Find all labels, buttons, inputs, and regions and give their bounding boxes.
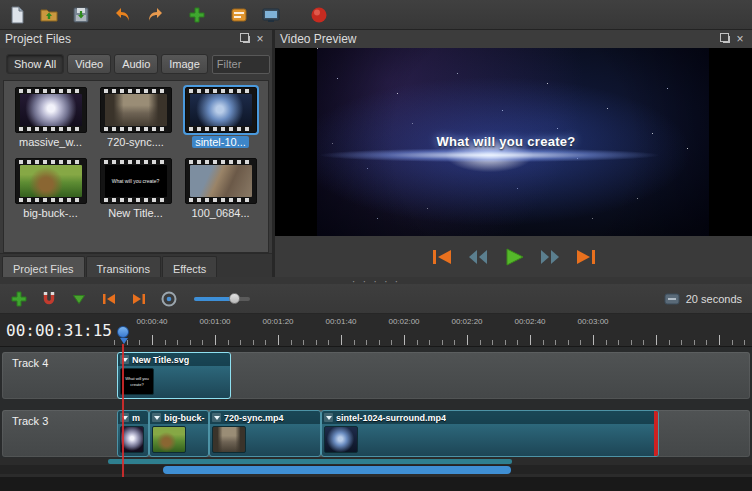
add-track-button[interactable] — [8, 288, 30, 310]
ruler-tick — [354, 340, 355, 345]
clip-end-marker[interactable] — [654, 411, 658, 456]
filter-image[interactable]: Image — [161, 54, 208, 74]
save-project-icon — [71, 5, 91, 25]
clip-thumbnail — [212, 426, 246, 453]
choose-profile-button[interactable] — [226, 2, 252, 28]
ruler-tick — [643, 340, 644, 345]
timeline-clip-new-title-svg[interactable]: New Title.svgWhat will you create? — [117, 352, 231, 399]
clip-thumbnail — [324, 426, 358, 453]
fast-forward-button[interactable] — [536, 246, 564, 268]
ruler-tick — [316, 340, 317, 345]
close-icon — [736, 33, 743, 45]
new-project-button[interactable] — [4, 2, 30, 28]
rewind-button[interactable] — [464, 246, 492, 268]
clip-thumbnail — [152, 426, 186, 453]
float-icon — [243, 36, 250, 43]
close-panel-button[interactable] — [253, 32, 267, 46]
thumb-text: What will you create? — [121, 369, 153, 394]
timeline-clip-720-sync-mp4[interactable]: 720-sync.mp4 — [209, 410, 321, 457]
file-label: massive_w... — [16, 136, 85, 148]
jump-start-button[interactable] — [428, 246, 456, 268]
bottom-strip — [0, 477, 752, 491]
file-item-720-sync[interactable]: 720-sync.... — [93, 87, 178, 148]
zoom-slider-handle[interactable] — [229, 293, 240, 304]
center-playhead-button[interactable] — [158, 288, 180, 310]
timeline-clip-big-buck[interactable]: big-buck- — [149, 410, 209, 457]
ruler-tick — [303, 340, 304, 345]
playhead-handle[interactable] — [117, 326, 129, 338]
undo-icon — [113, 5, 133, 25]
sintel-thumbnail-image — [190, 94, 252, 126]
jump-end-button[interactable] — [572, 246, 600, 268]
horizontal-splitter[interactable] — [0, 277, 752, 284]
files-area: massive_w...720-sync....sintel-10...big-… — [3, 80, 269, 253]
clip-menu-icon[interactable] — [152, 413, 161, 422]
float-panel-button[interactable] — [239, 32, 253, 46]
import-files-button[interactable] — [184, 2, 210, 28]
track-row-track-4: Track 4New Title.svgWhat will you create… — [2, 352, 750, 399]
filter-show-all[interactable]: Show All — [6, 54, 64, 74]
clip-label: big-buck- — [164, 413, 205, 423]
ruler-tick — [593, 335, 594, 345]
clip-menu-icon[interactable] — [324, 413, 333, 422]
ruler-time-label: 00:01:40 — [325, 317, 356, 326]
ruler-tick — [328, 340, 329, 345]
ruler-tick — [618, 340, 619, 345]
ruler-tick — [555, 340, 556, 345]
video-preview-header: Video Preview — [275, 30, 752, 48]
arrow-down-icon — [70, 290, 88, 308]
timeline-range-bar[interactable] — [108, 459, 512, 464]
ruler[interactable]: 00:00:4000:01:0000:01:2000:01:4000:02:00… — [0, 314, 752, 347]
redo-button[interactable] — [142, 2, 168, 28]
file-item-100-0684[interactable]: 100_0684... — [178, 158, 263, 219]
fullscreen-button[interactable] — [258, 2, 284, 28]
ruler-tick — [177, 340, 178, 345]
add-marker-button[interactable] — [68, 288, 90, 310]
project-files-header: Project Files — [0, 30, 272, 48]
float-preview-button[interactable] — [719, 32, 733, 46]
ruler-tick — [190, 340, 191, 345]
clip-thumbnail: What will you create? — [120, 368, 154, 395]
timeline-scrollbar-thumb[interactable] — [163, 466, 511, 474]
zoom-scale-icon — [663, 291, 681, 307]
filter-video[interactable]: Video — [67, 54, 111, 74]
close-preview-button[interactable] — [733, 32, 747, 46]
clip-label: New Title.svg — [132, 355, 189, 365]
ruler-tick — [580, 340, 581, 345]
tab-transitions[interactable]: Transitions — [86, 256, 161, 277]
open-project-icon — [39, 5, 59, 25]
file-label: 720-sync.... — [104, 136, 167, 148]
clip-header: sintel-1024-surround.mp4 — [322, 411, 658, 424]
filter-input[interactable] — [212, 55, 270, 74]
file-label: big-buck-... — [20, 207, 80, 219]
export-video-button[interactable] — [306, 2, 332, 28]
ruler-tick — [631, 340, 632, 345]
tab-effects[interactable]: Effects — [162, 256, 217, 277]
file-item-new-title[interactable]: What will you create?New Title... — [93, 158, 178, 219]
ruler-tick — [480, 340, 481, 345]
ruler-time-label: 00:02:00 — [388, 317, 419, 326]
clip-menu-icon[interactable] — [212, 413, 221, 422]
tab-project-files[interactable]: Project Files — [2, 256, 85, 277]
file-thumbnail — [15, 158, 87, 204]
undo-button[interactable] — [110, 2, 136, 28]
previous-marker-button[interactable] — [98, 288, 120, 310]
ruler-tick — [429, 340, 430, 345]
zoom-slider[interactable] — [194, 291, 250, 307]
next-marker-button[interactable] — [128, 288, 150, 310]
save-project-button[interactable] — [68, 2, 94, 28]
video-preview-panel: Video Preview What will you create? — [275, 30, 752, 277]
file-item-big-buck[interactable]: big-buck-... — [8, 158, 93, 219]
zoom-scale-label: 20 seconds — [686, 293, 742, 305]
file-item-sintel-10[interactable]: sintel-10... — [178, 87, 263, 148]
clip-label: 720-sync.mp4 — [224, 413, 284, 423]
play-button[interactable] — [500, 246, 528, 268]
filter-audio[interactable]: Audio — [114, 54, 158, 74]
clip-label: sintel-1024-surround.mp4 — [336, 413, 446, 423]
snapping-toggle-button[interactable] — [38, 288, 60, 310]
play-icon — [501, 247, 527, 267]
next-marker-icon — [130, 290, 148, 308]
file-item-massive-w[interactable]: massive_w... — [8, 87, 93, 148]
open-project-button[interactable] — [36, 2, 62, 28]
timeline-clip-sintel-1024-surround-mp4[interactable]: sintel-1024-surround.mp4 — [321, 410, 659, 457]
